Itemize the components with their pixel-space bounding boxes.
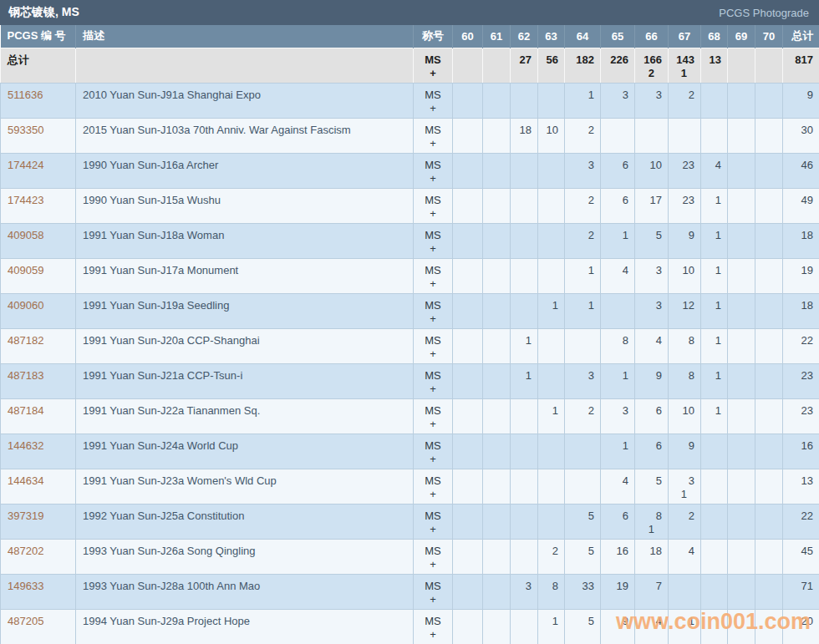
grade-62-cell <box>511 434 538 469</box>
grade-61-cell <box>483 504 511 539</box>
table-row: 4090591991 Yuan Sun-J17a MonumentMS+1431… <box>1 258 819 293</box>
grade-70-cell <box>755 539 783 574</box>
total-cell: 22 <box>783 328 819 363</box>
table-row: 1744231990 Yuan Sun-J15a WushuMS+2617231… <box>1 188 819 223</box>
table-row: 4090601991 Yuan Sun-J19a SeedlingMS+1131… <box>1 293 819 328</box>
pcgs-number-link[interactable]: 409059 <box>1 258 76 293</box>
grade-64-cell: 1 <box>565 258 601 293</box>
grade-65-cell: 4 <box>601 258 635 293</box>
pcgs-number-link[interactable]: 487183 <box>1 363 76 398</box>
grade-60-cell <box>453 258 483 293</box>
grade-61-cell <box>483 188 511 223</box>
grade-68-cell: 1 <box>701 328 728 363</box>
grade-63-cell <box>538 223 565 258</box>
grade-66-cell: 4 <box>635 609 669 644</box>
column-header-grade-63: 63 <box>538 25 565 48</box>
grade-68-cell <box>701 609 728 644</box>
grade-69-cell <box>728 574 755 609</box>
designation-cell: MS+ <box>414 363 453 398</box>
table-row: 4872021993 Yuan Sun-J26a Song QinglingMS… <box>1 539 819 574</box>
grade-65-cell: 3 <box>601 398 635 434</box>
grade-65-cell: 4 <box>601 469 635 504</box>
pcgs-number-link[interactable]: 487205 <box>1 609 76 644</box>
total-cell: 23 <box>783 363 819 398</box>
grade-60-cell <box>453 83 483 118</box>
pcgs-number-link[interactable]: 593350 <box>1 118 76 153</box>
grade-66-cell: 3 <box>635 258 669 293</box>
pcgs-number-link[interactable]: 174424 <box>1 153 76 188</box>
pcgs-number-link[interactable]: 487182 <box>1 328 76 363</box>
pcgs-number-link[interactable]: 149633 <box>1 574 76 609</box>
column-header-grade-64: 64 <box>565 25 601 48</box>
grade-67-cell: 31 <box>669 469 701 504</box>
grade-66-cell: 10 <box>635 153 669 188</box>
pcgs-number-link[interactable]: 487184 <box>1 398 76 434</box>
grade-68-cell: 1 <box>701 258 728 293</box>
grade-60-cell <box>453 363 483 398</box>
column-header-grade-68: 68 <box>701 25 728 48</box>
grade-65-cell: 8 <box>601 328 635 363</box>
grade-69-cell <box>728 293 755 328</box>
grade-60-cell <box>453 434 483 469</box>
grade-60-cell <box>453 293 483 328</box>
designation-cell: MS+ <box>414 188 453 223</box>
title-bar: 钢芯镀镍, MS PCGS Photograde <box>0 0 819 25</box>
grade-66-cell <box>635 118 669 153</box>
coin-description: 2015 Yuan Sun-J103a 70th Anniv. War Agai… <box>76 118 414 153</box>
grade-65-cell: 1 <box>601 223 635 258</box>
grade-67-cell: 23 <box>669 188 701 223</box>
grade-62-cell: 18 <box>511 118 538 153</box>
pcgs-number-link[interactable]: 487202 <box>1 539 76 574</box>
designation-cell: MS+ <box>414 293 453 328</box>
grade-63-cell <box>538 434 565 469</box>
grade-64-cell: 2 <box>565 223 601 258</box>
designation-cell: MS+ <box>414 328 453 363</box>
grade-64-cell: 5 <box>565 539 601 574</box>
grade-70-cell <box>755 258 783 293</box>
grade-64-cell <box>565 434 601 469</box>
grade-64-cell <box>565 469 601 504</box>
grade-69-cell <box>728 328 755 363</box>
grade-61-cell <box>483 153 511 188</box>
grade-63-cell <box>538 258 565 293</box>
pcgs-photograde-link[interactable]: PCGS Photograde <box>719 7 809 19</box>
coin-description: 1992 Yuan Sun-J25a Constitution <box>76 504 414 539</box>
pcgs-number-link[interactable]: 511636 <box>1 83 76 118</box>
grade-65-cell: 16 <box>601 539 635 574</box>
pcgs-number-link[interactable]: 174423 <box>1 188 76 223</box>
grade-61-cell <box>483 83 511 118</box>
grade-60-cell <box>453 188 483 223</box>
designation-cell: MS+ <box>414 398 453 434</box>
grade-69-cell <box>728 188 755 223</box>
grade-65-cell <box>601 293 635 328</box>
column-header-designation: 称号 <box>414 25 453 48</box>
grade-60-cell <box>453 223 483 258</box>
grade-67-cell: 1431 <box>669 48 701 83</box>
pcgs-number-link[interactable]: 397319 <box>1 504 76 539</box>
grade-65-cell <box>601 118 635 153</box>
designation-cell: MS+ <box>414 153 453 188</box>
total-cell: 817 <box>783 48 819 83</box>
pcgs-number-link[interactable]: 144634 <box>1 469 76 504</box>
designation-cell: MS+ <box>414 48 453 83</box>
pcgs-number-link[interactable]: 409060 <box>1 293 76 328</box>
table-row: 4871841991 Yuan Sun-J22a Tiananmen Sq.MS… <box>1 398 819 434</box>
grade-70-cell <box>755 293 783 328</box>
grade-64-cell: 182 <box>565 48 601 83</box>
grade-61-cell <box>483 434 511 469</box>
grade-69-cell <box>728 48 755 83</box>
grade-64-cell: 1 <box>565 83 601 118</box>
grade-61-cell <box>483 609 511 644</box>
grade-67-cell: 23 <box>669 153 701 188</box>
grade-70-cell <box>755 574 783 609</box>
coin-description: 2010 Yuan Sun-J91a Shanghai Expo <box>76 83 414 118</box>
grade-60-cell <box>453 504 483 539</box>
population-report-page: 钢芯镀镍, MS PCGS Photograde PCGS 编 号描述称号606… <box>0 0 819 644</box>
pcgs-number-link[interactable]: 144632 <box>1 434 76 469</box>
grade-69-cell <box>728 609 755 644</box>
pcgs-number-link[interactable]: 409058 <box>1 223 76 258</box>
grade-63-cell: 56 <box>538 48 565 83</box>
header-row: PCGS 编 号描述称号6061626364656667686970总计 <box>1 25 819 48</box>
grade-60-cell <box>453 574 483 609</box>
grade-60-cell <box>453 609 483 644</box>
